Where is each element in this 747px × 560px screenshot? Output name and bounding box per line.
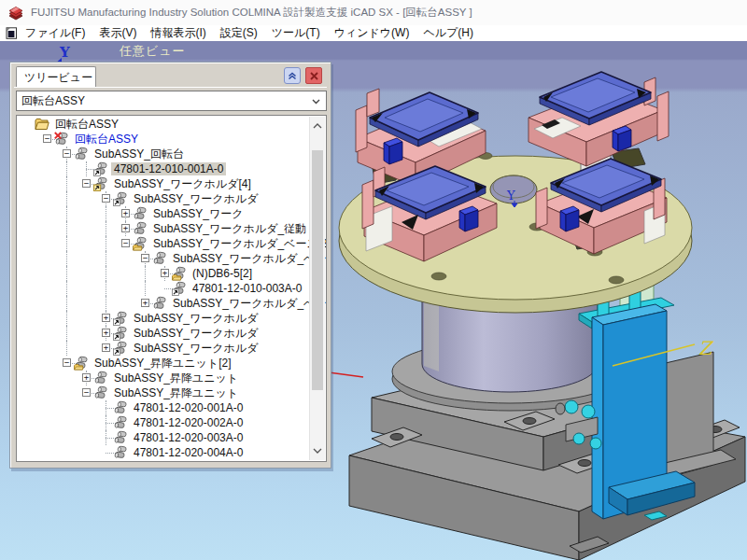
collapse-node-icon[interactable]: − — [43, 134, 51, 143]
part-arrow-icon — [113, 326, 128, 341]
tree-view-panel: ツリービュー 回転台ASSY 回転台ASSY−回転台ASSY−SubASSY_回… — [9, 62, 331, 469]
tree-node[interactable]: 回転台ASSY — [18, 117, 309, 132]
tree-node-label[interactable]: SubASSY_ワークホルダ_従動 — [150, 222, 309, 235]
tree-node[interactable]: −SubASSY_ワークホルダ_ベース — [18, 251, 309, 266]
tree-node[interactable]: −回転台ASSY — [18, 132, 309, 147]
tree-node-label[interactable]: SubASSY_ワークホルダ_ベース — [170, 297, 327, 310]
tree-node[interactable]: 47801-12-020-003A-0 — [18, 430, 309, 445]
collapse-node-icon[interactable]: − — [82, 179, 91, 188]
tree-node[interactable]: +SubASSY_ワークホルダ — [18, 326, 309, 341]
collapse-node-icon[interactable]: − — [82, 388, 91, 397]
tree-node-label[interactable]: SubASSY_昇降ユニット[2] — [92, 357, 234, 370]
collapse-panel-button[interactable] — [284, 67, 301, 84]
tree-node[interactable]: −SubASSY_ワークホルダ — [18, 191, 309, 206]
tree-node-label[interactable]: SubASSY_ワークホルダ_ベース — [170, 252, 327, 265]
y-axis-screen-label: Y — [59, 44, 70, 61]
menu-item-3[interactable]: 情報表示(I) — [150, 25, 205, 41]
tree-node[interactable]: −SubASSY_回転台 — [18, 147, 309, 161]
part-folder-icon — [133, 236, 148, 251]
tree-guide-line — [106, 236, 106, 251]
tree-node-label[interactable]: SubASSY_昇降ユニット — [111, 386, 241, 399]
expand-node-icon[interactable]: + — [161, 269, 169, 277]
expand-node-icon[interactable]: + — [121, 209, 130, 217]
tree-node[interactable]: +SubASSY_ワーク — [18, 206, 309, 221]
tree-node[interactable]: 47801-12-020-002A-0 — [18, 415, 309, 430]
tree-node-label[interactable]: 47801-12-010-003A-0 — [190, 282, 304, 295]
tab-strip-divider — [14, 87, 327, 88]
view-name-label: 任意ビュー — [120, 43, 186, 60]
tree-guide-line — [106, 296, 106, 311]
tree-node-label[interactable]: (N)DB6-5[2] — [190, 267, 255, 280]
tree-node[interactable]: −SubASSY_ワークホルダ[4] — [18, 176, 309, 191]
scroll-down-icon[interactable] — [313, 446, 322, 455]
tree-node-label[interactable]: SubASSY_ワークホルダ_ベース[2] — [150, 237, 327, 250]
menu-item-6[interactable]: ウィンドウ(W) — [334, 25, 410, 41]
menu-item-2[interactable]: 表示(V) — [99, 25, 136, 41]
collapse-node-icon[interactable]: − — [141, 254, 149, 262]
scroll-up-icon[interactable] — [313, 121, 322, 131]
tree-node[interactable]: +SubASSY_ワークホルダ — [18, 341, 309, 356]
chevron-double-up-icon — [287, 70, 298, 81]
part-icon — [113, 400, 128, 415]
expand-node-icon[interactable]: + — [102, 343, 110, 352]
tree-node-label[interactable]: SubASSY_昇降ユニット — [111, 371, 241, 385]
scrollbar-thumb[interactable] — [312, 150, 323, 390]
close-panel-button[interactable] — [305, 67, 322, 84]
tree-node-label[interactable]: 47801-12-010-001A-0 — [111, 162, 226, 175]
tree-node-label[interactable]: SubASSY_ワークホルダ — [131, 342, 261, 355]
tab-tree-view[interactable]: ツリービュー — [16, 66, 96, 87]
assembly-select-combo[interactable]: 回転台ASSY — [16, 91, 327, 111]
menu-item-5[interactable]: ツール(T) — [272, 25, 320, 41]
tree-node-label[interactable]: 47801-12-020-002A-0 — [131, 416, 246, 429]
expand-node-icon[interactable]: + — [102, 314, 110, 322]
tree-node[interactable]: +SubASSY_ワークホルダ — [18, 311, 309, 326]
collapse-node-icon[interactable]: − — [121, 239, 130, 247]
tree-node-label[interactable]: SubASSY_ワークホルダ — [131, 312, 261, 325]
tree-node[interactable]: +(N)DB6-5[2] — [18, 266, 309, 281]
document-restore-icon[interactable] — [6, 27, 18, 39]
tree-node-label[interactable]: SubASSY_ワークホルダ — [131, 327, 261, 340]
tree-scrollbar[interactable] — [309, 117, 325, 460]
tree-node-label[interactable]: 回転台ASSY — [52, 118, 121, 131]
expand-node-icon[interactable]: + — [121, 224, 130, 232]
tree-guide-line — [66, 161, 67, 176]
tree-guide-line — [66, 251, 67, 266]
part-folder-arrow-icon — [93, 176, 108, 191]
tree-guide-line — [66, 281, 67, 296]
tree-node[interactable]: 47801-12-010-001A-0 — [18, 161, 309, 176]
menu-item-1[interactable]: ファイル(F) — [25, 25, 85, 41]
close-icon — [309, 71, 319, 81]
collapse-node-icon[interactable]: − — [63, 149, 71, 158]
tree-node[interactable]: 47801-12-020-001A-0 — [18, 400, 309, 415]
expand-node-icon[interactable]: + — [102, 329, 110, 337]
tree-node-label[interactable]: 回転台ASSY — [72, 133, 141, 146]
tree-node[interactable]: +SubASSY_ワークホルダ_従動 — [18, 221, 309, 236]
collapse-node-icon[interactable]: − — [102, 194, 110, 203]
tree-node-label[interactable]: SubASSY_ワークホルダ — [131, 192, 261, 205]
tree-node-label[interactable]: 47801-12-020-001A-0 — [131, 401, 246, 414]
tree-node-label[interactable]: SubASSY_ワークホルダ[4] — [111, 177, 254, 190]
tree-node[interactable]: +SubASSY_ワークホルダ_ベース — [18, 296, 309, 311]
tree-node[interactable]: +SubASSY_昇降ユニット — [18, 371, 309, 385]
tree-node-label[interactable]: 47801-12-020-004A-0 — [131, 446, 246, 459]
collapse-node-icon[interactable]: − — [63, 358, 71, 367]
tree-node-label[interactable]: SubASSY_ワーク — [150, 207, 247, 220]
tree-guide-line — [66, 176, 67, 191]
part-icon — [152, 251, 167, 266]
tree-node[interactable]: 47801-12-010-003A-0 — [18, 281, 309, 296]
expand-node-icon[interactable]: + — [141, 299, 149, 307]
tree-guide-line — [66, 206, 67, 221]
tree-guide-line — [66, 296, 67, 311]
tree-node[interactable]: −SubASSY_昇降ユニット[2] — [18, 356, 309, 371]
tree-node-label[interactable]: SubASSY_回転台 — [92, 147, 187, 161]
folder-root-icon — [35, 117, 49, 132]
tree-node[interactable]: 47801-12-020-004A-0 — [18, 445, 309, 460]
tree-node[interactable]: −SubASSY_ワークホルダ_ベース[2] — [18, 236, 309, 251]
menu-item-7[interactable]: ヘルプ(H) — [423, 25, 473, 41]
part-icon — [113, 445, 128, 460]
tree-node-label[interactable]: 47801-12-020-003A-0 — [131, 431, 246, 444]
menu-item-4[interactable]: 設定(S) — [220, 25, 258, 41]
part-arrow-icon — [113, 191, 128, 206]
tree-node[interactable]: −SubASSY_昇降ユニット — [18, 385, 309, 400]
expand-node-icon[interactable]: + — [82, 373, 91, 382]
